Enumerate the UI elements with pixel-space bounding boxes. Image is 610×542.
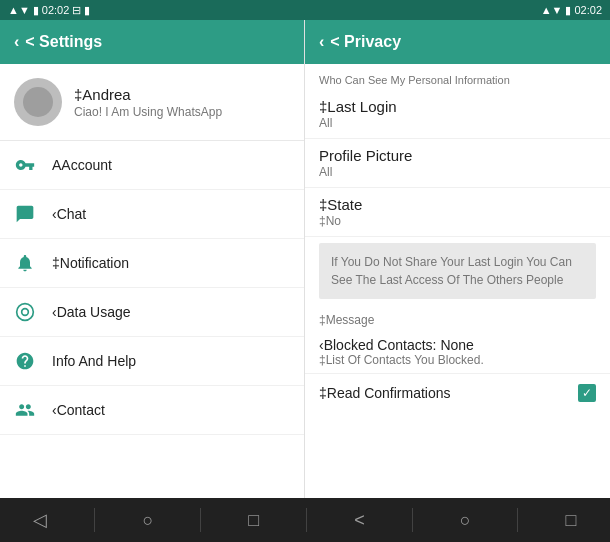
menu-item-data-usage[interactable]: ‹Data Usage: [0, 288, 304, 337]
nav-divider-1: [94, 508, 95, 532]
profile-picture-title: Profile Picture: [319, 147, 596, 164]
profile-info: ‡Andrea Ciao! I Am Using WhatsApp: [74, 86, 222, 119]
state-item[interactable]: ‡State ‡No: [305, 188, 610, 237]
section-label: Who Can See My Personal Information: [305, 64, 610, 90]
chat-label: ‹Chat: [52, 206, 86, 222]
data-usage-label: ‹Data Usage: [52, 304, 131, 320]
nav-home-right[interactable]: ○: [440, 502, 491, 539]
profile-picture-item[interactable]: Profile Picture All: [305, 139, 610, 188]
status-bar: ▲▼ ▮ 02:02 ⊟ ▮ ▲▼ ▮ 02:02: [0, 0, 610, 20]
menu-item-contact[interactable]: ‹Contact: [0, 386, 304, 435]
read-confirmations-label: ‡Read Confirmations: [319, 385, 451, 401]
blocked-sub: ‡List Of Contacts You Blocked.: [319, 353, 596, 367]
settings-title: < Settings: [25, 33, 102, 51]
data-icon: [14, 301, 36, 323]
notification-label: ‡Notification: [52, 255, 129, 271]
status-right: ▲▼ ▮ 02:02: [541, 4, 602, 17]
nav-divider-5: [517, 508, 518, 532]
avatar: [14, 78, 62, 126]
signal-icon-right: ▲▼: [541, 4, 563, 16]
status-left: ▲▼ ▮ 02:02 ⊟ ▮: [8, 4, 90, 17]
bell-icon: [14, 252, 36, 274]
last-login-item[interactable]: ‡Last Login All: [305, 90, 610, 139]
nav-divider-2: [200, 508, 201, 532]
nav-divider-3: [306, 508, 307, 532]
profile-picture-sub: All: [319, 165, 596, 179]
time-left: 02:02: [42, 4, 70, 16]
info-box: If You Do Not Share Your Last Login You …: [319, 243, 596, 299]
last-login-title: ‡Last Login: [319, 98, 596, 115]
battery-icon-right: ▮: [565, 4, 571, 17]
state-title: ‡State: [319, 196, 596, 213]
settings-header[interactable]: ‹ < Settings: [0, 20, 304, 64]
battery-icon: ▮: [33, 4, 39, 17]
last-login-sub: All: [319, 116, 596, 130]
profile-name: ‡Andrea: [74, 86, 222, 103]
nav-recent-right[interactable]: □: [545, 502, 596, 539]
privacy-title: < Privacy: [330, 33, 401, 51]
back-icon-privacy: ‹: [319, 33, 324, 51]
time-right: 02:02: [574, 4, 602, 16]
blocked-title: ‹Blocked Contacts: None: [319, 337, 596, 353]
menu-item-account[interactable]: AAccount: [0, 141, 304, 190]
key-icon: [14, 154, 36, 176]
menu-item-chat[interactable]: ‹Chat: [0, 190, 304, 239]
read-confirmations-checkbox[interactable]: ✓: [578, 384, 596, 402]
info-box-text: If You Do Not Share Your Last Login You …: [331, 253, 584, 289]
nav-share-right[interactable]: <: [334, 502, 385, 539]
bottom-nav: ◁ ○ □ < ○ □: [0, 498, 610, 542]
back-icon-settings: ‹: [14, 33, 19, 51]
notification-icons: ⊟ ▮: [72, 4, 90, 17]
read-confirmations-row[interactable]: ‡Read Confirmations ✓: [305, 374, 610, 412]
account-label: AAccount: [52, 157, 112, 173]
nav-back-left[interactable]: ◁: [13, 501, 67, 539]
profile-section[interactable]: ‡Andrea Ciao! I Am Using WhatsApp: [0, 64, 304, 141]
svg-point-0: [17, 304, 34, 321]
nav-recent-left[interactable]: □: [228, 502, 279, 539]
contact-icon: [14, 399, 36, 421]
nav-home-left[interactable]: ○: [122, 502, 173, 539]
right-panel-privacy: ‹ < Privacy Who Can See My Personal Info…: [305, 20, 610, 498]
main-content: ‹ < Settings ‡Andrea Ciao! I Am Using Wh…: [0, 20, 610, 498]
signal-icon: ▲▼: [8, 4, 30, 16]
message-label: ‡Message: [319, 313, 596, 327]
state-sub: ‡No: [319, 214, 596, 228]
privacy-header[interactable]: ‹ < Privacy: [305, 20, 610, 64]
info-help-label: Info And Help: [52, 353, 136, 369]
help-icon: [14, 350, 36, 372]
avatar-image: [23, 87, 53, 117]
left-panel-settings: ‹ < Settings ‡Andrea Ciao! I Am Using Wh…: [0, 20, 305, 498]
nav-divider-4: [412, 508, 413, 532]
contact-label: ‹Contact: [52, 402, 105, 418]
blocked-section[interactable]: ‹Blocked Contacts: None ‡List Of Contact…: [305, 331, 610, 374]
svg-point-1: [22, 309, 29, 316]
chat-icon: [14, 203, 36, 225]
message-section: ‡Message: [305, 305, 610, 331]
profile-status: Ciao! I Am Using WhatsApp: [74, 105, 222, 119]
menu-item-notification[interactable]: ‡Notification: [0, 239, 304, 288]
menu-item-info[interactable]: Info And Help: [0, 337, 304, 386]
